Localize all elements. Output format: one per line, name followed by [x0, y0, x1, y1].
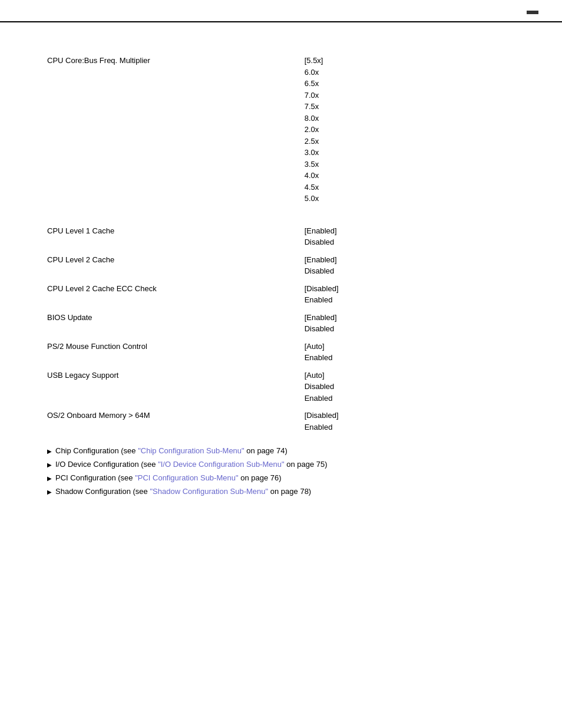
triangle-icon: ▶: [47, 489, 52, 495]
setting-label: PS/2 Mouse Function Control: [47, 338, 305, 367]
setting-value: 2.5x: [305, 137, 319, 146]
submenu-text: PCI Configuration (see "PCI Configuratio…: [55, 473, 282, 482]
settings-row: CPU Level 1 Cache[Enabled]Disabled: [47, 222, 515, 251]
submenu-text: I/O Device Configuration (see "I/O Devic…: [55, 460, 328, 469]
setting-value: 3.0x: [305, 148, 319, 157]
setting-value: 4.5x: [305, 183, 319, 192]
submenu-item: ▶Shadow Configuration (see "Shadow Confi…: [47, 487, 515, 496]
settings-table: CPU Core:Bus Freq. Multiplier[5.5x]6.0x6…: [47, 52, 515, 436]
settings-row: CPU Level 2 Cache[Enabled]Disabled: [47, 251, 515, 280]
setting-value: 8.0x: [305, 114, 319, 123]
setting-value: Enabled: [305, 423, 333, 431]
setting-values: [Disabled]Enabled: [305, 407, 515, 436]
setting-value: Disabled: [305, 238, 335, 246]
setting-value: [Enabled]: [305, 313, 337, 322]
submenu-text: Chip Configuration (see "Chip Configurat…: [55, 446, 287, 455]
setting-values: [Auto]DisabledEnabled: [305, 367, 515, 407]
setting-label: CPU Level 1 Cache: [47, 222, 305, 251]
setting-value: 2.0x: [305, 125, 319, 134]
submenu-item: ▶PCI Configuration (see "PCI Configurati…: [47, 473, 515, 482]
setting-value: [Auto]: [305, 342, 325, 351]
settings-row: OS/2 Onboard Memory > 64M[Disabled]Enabl…: [47, 407, 515, 436]
settings-row: PS/2 Mouse Function Control[Auto]Enabled: [47, 338, 515, 367]
setting-values: [Enabled]Disabled: [305, 222, 515, 251]
setting-value: Enabled: [305, 353, 333, 362]
triangle-icon: ▶: [47, 462, 52, 468]
setting-value: [Enabled]: [305, 226, 337, 235]
setting-value: [5.5x]: [305, 56, 323, 65]
setting-value: Disabled: [305, 382, 335, 391]
setting-values: [5.5x]6.0x6.5x7.0x7.5x8.0x2.0x2.5x3.0x3.…: [305, 52, 515, 207]
setting-value: Disabled: [305, 266, 335, 275]
setting-value: [Disabled]: [305, 284, 339, 293]
submenu-link[interactable]: "I/O Device Configuration Sub-Menu": [158, 460, 284, 469]
setting-value: [Enabled]: [305, 255, 337, 264]
setting-values: [Enabled]Disabled: [305, 251, 515, 280]
submenu-section: ▶Chip Configuration (see "Chip Configura…: [47, 446, 515, 496]
settings-row: BIOS Update[Enabled]Disabled: [47, 309, 515, 338]
setting-label: OS/2 Onboard Memory > 64M: [47, 407, 305, 436]
submenu-item: ▶I/O Device Configuration (see "I/O Devi…: [47, 460, 515, 469]
setting-value: Disabled: [305, 324, 335, 333]
setting-values: [Enabled]Disabled: [305, 309, 515, 338]
settings-row: USB Legacy Support[Auto]DisabledEnabled: [47, 367, 515, 407]
page-number: [527, 11, 538, 14]
setting-values: [Disabled]Enabled: [305, 280, 515, 309]
setting-value: Enabled: [305, 295, 333, 304]
setting-value: 4.0x: [305, 171, 319, 180]
setting-label: USB Legacy Support: [47, 367, 305, 407]
submenu-link[interactable]: "PCI Configuration Sub-Menu": [135, 473, 238, 482]
submenu-text: Shadow Configuration (see "Shadow Config…: [55, 487, 311, 496]
setting-label: CPU Level 2 Cache ECC Check: [47, 280, 305, 309]
submenu-link[interactable]: "Chip Configuration Sub-Menu": [138, 446, 244, 455]
setting-value: 7.0x: [305, 91, 319, 100]
spacer-row: [47, 207, 515, 222]
setting-value: Enabled: [305, 394, 333, 403]
setting-value: 5.0x: [305, 194, 319, 203]
header-bar: [0, 0, 562, 22]
settings-row: CPU Core:Bus Freq. Multiplier[5.5x]6.0x6…: [47, 52, 515, 207]
triangle-icon: ▶: [47, 448, 52, 454]
setting-value: 3.5x: [305, 160, 319, 169]
setting-value: 7.5x: [305, 102, 319, 111]
submenu-link[interactable]: "Shadow Configuration Sub-Menu": [150, 487, 268, 496]
setting-value: [Auto]: [305, 371, 325, 380]
submenu-item: ▶Chip Configuration (see "Chip Configura…: [47, 446, 515, 455]
setting-label: BIOS Update: [47, 309, 305, 338]
setting-value: 6.5x: [305, 79, 319, 88]
setting-value: [Disabled]: [305, 411, 339, 420]
setting-value: 6.0x: [305, 68, 319, 77]
setting-label: CPU Core:Bus Freq. Multiplier: [47, 52, 305, 207]
setting-values: [Auto]Enabled: [305, 338, 515, 367]
settings-row: CPU Level 2 Cache ECC Check[Disabled]Ena…: [47, 280, 515, 309]
triangle-icon: ▶: [47, 475, 52, 482]
page-container: CPU Core:Bus Freq. Multiplier[5.5x]6.0x6…: [0, 0, 562, 728]
setting-label: CPU Level 2 Cache: [47, 251, 305, 280]
content-area: CPU Core:Bus Freq. Multiplier[5.5x]6.0x6…: [0, 22, 562, 524]
